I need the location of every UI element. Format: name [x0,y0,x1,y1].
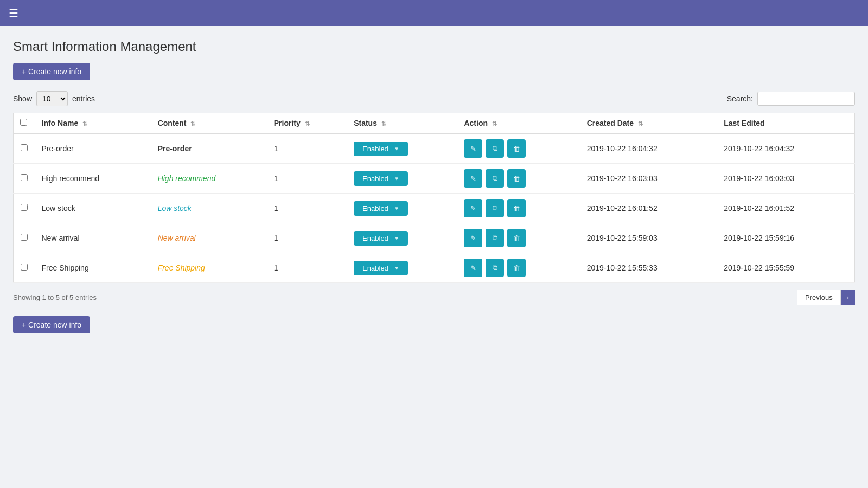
copy-button[interactable]: ⧉ [486,259,504,277]
status-toggle-button[interactable]: Enabled▼ [354,201,408,216]
status-arrow-icon: ▼ [394,176,399,182]
status-toggle-button[interactable]: Enabled▼ [354,231,408,246]
showing-text: Showing 1 to 5 of 5 entries [13,293,97,301]
status-arrow-icon: ▼ [394,235,399,241]
main-content: Smart Information Management + Create ne… [0,26,868,488]
entries-label: entries [72,94,95,103]
status-toggle-button[interactable]: Enabled▼ [354,142,408,156]
row-checkbox[interactable] [21,264,28,271]
cell-priority: 1 [267,194,347,223]
menu-icon[interactable]: ☰ [9,7,18,20]
status-label: Enabled [362,145,388,153]
copy-button[interactable]: ⧉ [486,169,504,188]
status-toggle-button[interactable]: Enabled▼ [354,261,408,275]
row-checkbox[interactable] [21,174,28,181]
cell-priority: 1 [267,164,347,194]
delete-icon: 🗑 [513,264,520,272]
action-buttons: ✎ ⧉ 🗑 [464,139,573,158]
page-title: Smart Information Management [13,39,855,54]
cell-action: ✎ ⧉ 🗑 [457,194,580,223]
cell-created-date: 2019-10-22 16:04:32 [580,133,717,164]
edit-button[interactable]: ✎ [464,259,482,277]
sort-status-icon[interactable]: ⇅ [381,120,386,127]
edit-button[interactable]: ✎ [464,139,482,158]
copy-button[interactable]: ⧉ [486,229,504,247]
row-checkbox[interactable] [21,144,28,151]
row-checkbox[interactable] [21,234,28,241]
edit-icon: ✎ [470,264,476,272]
cell-content: New arrival [151,223,267,253]
cell-last-edited: 2019-10-22 16:04:32 [717,133,854,164]
edit-button[interactable]: ✎ [464,229,482,247]
select-all-checkbox[interactable] [20,119,27,126]
next-button[interactable]: › [841,290,855,305]
cell-created-date: 2019-10-22 15:59:03 [580,223,717,253]
copy-icon: ⧉ [493,144,497,153]
status-arrow-icon: ▼ [394,265,399,271]
delete-button[interactable]: 🗑 [507,229,526,247]
edit-icon: ✎ [470,145,476,153]
create-new-info-button-bottom[interactable]: + Create new info [13,316,90,333]
status-toggle-button[interactable]: Enabled▼ [354,171,408,186]
delete-button[interactable]: 🗑 [507,199,526,217]
cell-content: Pre-order [151,133,267,164]
delete-icon: 🗑 [513,204,520,213]
cell-status: Enabled▼ [347,164,457,194]
entries-select[interactable]: 10 25 50 100 [36,91,68,106]
cell-priority: 1 [267,253,347,283]
header-info-name: Info Name ⇅ [35,113,151,134]
copy-icon: ⧉ [493,204,497,213]
cell-action: ✎ ⧉ 🗑 [457,164,580,194]
delete-icon: 🗑 [513,145,520,153]
delete-button[interactable]: 🗑 [507,259,526,277]
table-row: High recommendHigh recommend1Enabled▼ ✎ … [14,164,855,194]
delete-icon: 🗑 [513,234,520,242]
header-status: Status ⇅ [347,113,457,134]
cell-action: ✎ ⧉ 🗑 [457,223,580,253]
cell-info-name: Low stock [35,194,151,223]
cell-status: Enabled▼ [347,194,457,223]
copy-button[interactable]: ⧉ [486,139,504,158]
sort-info-name-icon[interactable]: ⇅ [82,120,87,127]
edit-icon: ✎ [470,204,476,213]
cell-last-edited: 2019-10-22 15:55:59 [717,253,854,283]
search-box: Search: [727,92,855,106]
cell-priority: 1 [267,133,347,164]
previous-button[interactable]: Previous [797,290,841,305]
edit-button[interactable]: ✎ [464,169,482,188]
edit-icon: ✎ [470,175,476,183]
cell-priority: 1 [267,223,347,253]
search-label: Search: [727,94,753,103]
cell-status: Enabled▼ [347,133,457,164]
header-created-date: Created Date ⇅ [580,113,717,134]
cell-content: Free Shipping [151,253,267,283]
show-entries-control: Show 10 25 50 100 entries [13,91,95,106]
cell-content: Low stock [151,194,267,223]
row-checkbox[interactable] [21,204,28,211]
status-label: Enabled [362,234,388,242]
status-label: Enabled [362,204,388,213]
copy-button[interactable]: ⧉ [486,199,504,217]
bottom-create-section: + Create new info [13,316,855,344]
sort-priority-icon[interactable]: ⇅ [305,120,310,127]
create-new-info-button-top[interactable]: + Create new info [13,63,90,80]
cell-status: Enabled▼ [347,253,457,283]
table-footer: Showing 1 to 5 of 5 entries Previous › [13,290,855,305]
table-row: Pre-orderPre-order1Enabled▼ ✎ ⧉ 🗑 2019-1… [14,133,855,164]
cell-last-edited: 2019-10-22 16:01:52 [717,194,854,223]
action-buttons: ✎ ⧉ 🗑 [464,229,573,247]
cell-action: ✎ ⧉ 🗑 [457,133,580,164]
cell-info-name: High recommend [35,164,151,194]
sort-action-icon[interactable]: ⇅ [492,120,497,127]
delete-button[interactable]: 🗑 [507,139,526,158]
cell-created-date: 2019-10-22 16:01:52 [580,194,717,223]
topbar: ☰ [0,0,868,26]
status-label: Enabled [362,175,388,183]
delete-button[interactable]: 🗑 [507,169,526,188]
cell-info-name: Pre-order [35,133,151,164]
edit-button[interactable]: ✎ [464,199,482,217]
search-input[interactable] [757,92,855,106]
sort-content-icon[interactable]: ⇅ [190,120,195,127]
status-arrow-icon: ▼ [394,146,399,152]
sort-created-date-icon[interactable]: ⇅ [638,120,643,127]
